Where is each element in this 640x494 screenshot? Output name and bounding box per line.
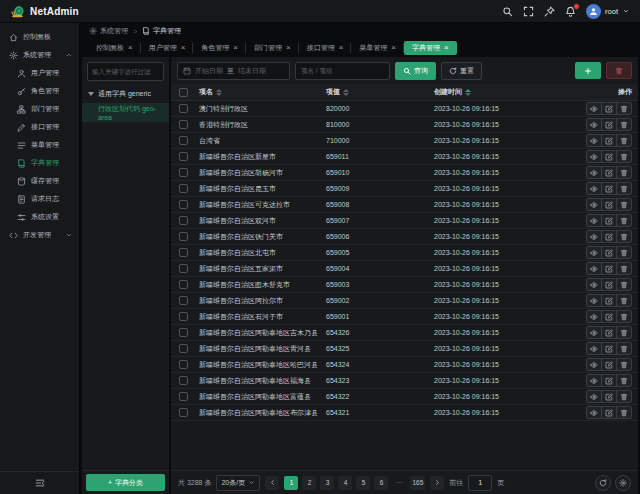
sort-caret-icon[interactable]: [343, 89, 349, 96]
edit-button[interactable]: [601, 246, 617, 259]
row-checkbox[interactable]: [179, 344, 188, 353]
search-button[interactable]: 查询: [395, 62, 436, 80]
page-button[interactable]: 5: [356, 476, 370, 490]
row-checkbox[interactable]: [179, 152, 188, 161]
row-checkbox[interactable]: [179, 216, 188, 225]
view-button[interactable]: [586, 406, 602, 419]
user-menu[interactable]: root: [586, 4, 630, 19]
delete-button[interactable]: [616, 326, 632, 339]
view-button[interactable]: [586, 118, 602, 131]
view-button[interactable]: [586, 214, 602, 227]
tree-filter-input[interactable]: [87, 62, 164, 81]
fullscreen-icon[interactable]: [523, 6, 534, 17]
tree-node-selected[interactable]: 行政区划代码 geo-area: [82, 103, 169, 122]
edit-button[interactable]: [601, 214, 617, 227]
edit-button[interactable]: [601, 118, 617, 131]
delete-button[interactable]: [616, 342, 632, 355]
sidebar-item[interactable]: 控制面板: [0, 28, 79, 46]
row-checkbox[interactable]: [179, 280, 188, 289]
date-range-picker[interactable]: 开始日期 至 结束日期: [177, 62, 290, 80]
delete-button[interactable]: [616, 374, 632, 387]
sidebar-item[interactable]: 请求日志: [0, 190, 79, 208]
sidebar-item[interactable]: 接口管理: [0, 118, 79, 136]
delete-button[interactable]: [616, 214, 632, 227]
sidebar-item[interactable]: 开发管理: [0, 226, 79, 244]
page-button[interactable]: 4: [338, 476, 352, 490]
row-checkbox[interactable]: [179, 120, 188, 129]
tab-item[interactable]: 用户管理×: [141, 41, 194, 55]
pin-icon[interactable]: [544, 6, 555, 17]
row-checkbox[interactable]: [179, 360, 188, 369]
view-button[interactable]: [586, 150, 602, 163]
select-all-checkbox[interactable]: [179, 88, 188, 97]
delete-selected-button[interactable]: [606, 62, 632, 79]
edit-button[interactable]: [601, 278, 617, 291]
add-category-button[interactable]: + 字典分类: [86, 474, 165, 491]
view-button[interactable]: [586, 134, 602, 147]
row-checkbox[interactable]: [179, 248, 188, 257]
view-button[interactable]: [586, 374, 602, 387]
view-button[interactable]: [586, 166, 602, 179]
view-button[interactable]: [586, 278, 602, 291]
delete-button[interactable]: [616, 198, 632, 211]
delete-button[interactable]: [616, 294, 632, 307]
close-icon[interactable]: ×: [181, 44, 186, 52]
sidebar-item[interactable]: 系统管理: [0, 46, 79, 64]
edit-button[interactable]: [601, 326, 617, 339]
edit-button[interactable]: [601, 358, 617, 371]
tab-item[interactable]: 接口管理×: [299, 41, 352, 55]
edit-button[interactable]: [601, 166, 617, 179]
edit-button[interactable]: [601, 198, 617, 211]
sidebar-item[interactable]: 系统设置: [0, 208, 79, 226]
edit-button[interactable]: [601, 230, 617, 243]
delete-button[interactable]: [616, 134, 632, 147]
next-page-button[interactable]: [430, 476, 444, 490]
page-button[interactable]: 6: [374, 476, 388, 490]
add-item-button[interactable]: [575, 62, 601, 79]
reset-button[interactable]: 重置: [441, 62, 482, 80]
delete-button[interactable]: [616, 406, 632, 419]
sidebar-item[interactable]: 部门管理: [0, 100, 79, 118]
row-checkbox[interactable]: [179, 392, 188, 401]
tab-item[interactable]: 控制面板×: [88, 41, 141, 55]
page-button[interactable]: 2: [302, 476, 316, 490]
column-header[interactable]: 项名: [195, 87, 322, 97]
row-checkbox[interactable]: [179, 264, 188, 273]
row-checkbox[interactable]: [179, 104, 188, 113]
close-icon[interactable]: ×: [391, 44, 396, 52]
view-button[interactable]: [586, 326, 602, 339]
edit-button[interactable]: [601, 134, 617, 147]
keyword-input[interactable]: [295, 62, 390, 80]
view-button[interactable]: [586, 230, 602, 243]
collapse-sidebar-icon[interactable]: [35, 478, 45, 488]
edit-button[interactable]: [601, 342, 617, 355]
view-button[interactable]: [586, 310, 602, 323]
edit-button[interactable]: [601, 150, 617, 163]
edit-button[interactable]: [601, 310, 617, 323]
delete-button[interactable]: [616, 118, 632, 131]
column-header[interactable]: 创建时间: [430, 87, 580, 97]
close-icon[interactable]: ×: [128, 44, 133, 52]
sort-caret-icon[interactable]: [465, 89, 471, 96]
refresh-button[interactable]: [595, 475, 611, 491]
row-checkbox[interactable]: [179, 200, 188, 209]
delete-button[interactable]: [616, 182, 632, 195]
edit-button[interactable]: [601, 406, 617, 419]
goto-page-input[interactable]: [468, 475, 492, 491]
page-button[interactable]: 1: [284, 476, 298, 490]
view-button[interactable]: [586, 390, 602, 403]
row-checkbox[interactable]: [179, 184, 188, 193]
delete-button[interactable]: [616, 278, 632, 291]
sidebar-item[interactable]: 角色管理: [0, 82, 79, 100]
row-checkbox[interactable]: [179, 376, 188, 385]
edit-button[interactable]: [601, 374, 617, 387]
delete-button[interactable]: [616, 358, 632, 371]
sidebar-item[interactable]: 缓存管理: [0, 172, 79, 190]
edit-button[interactable]: [601, 182, 617, 195]
tab-item[interactable]: 部门管理×: [246, 41, 299, 55]
bell-icon[interactable]: [565, 6, 576, 17]
delete-button[interactable]: [616, 246, 632, 259]
prev-page-button[interactable]: [265, 476, 279, 490]
close-icon[interactable]: ×: [339, 44, 344, 52]
sidebar-item[interactable]: 菜单管理: [0, 136, 79, 154]
